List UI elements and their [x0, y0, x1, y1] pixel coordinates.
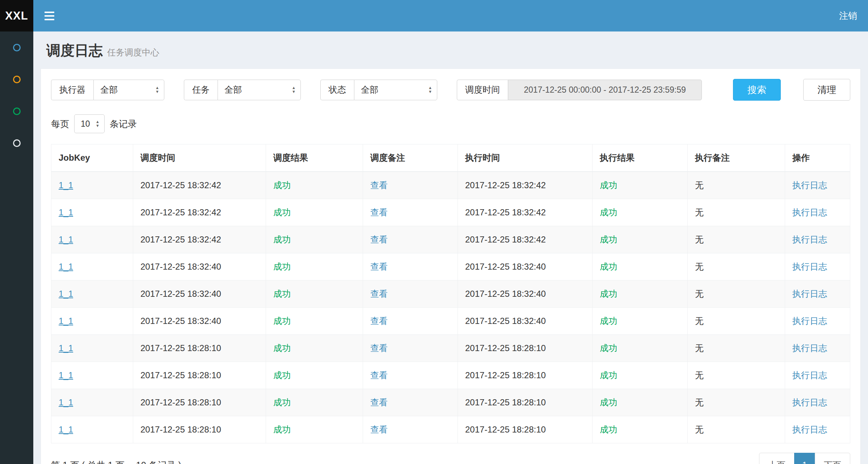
content-area: 调度日志任务调度中心 执行器 全部 任务 全部 状态 全部: [33, 31, 868, 464]
jobkey-link[interactable]: 1_1: [59, 343, 73, 353]
search-button[interactable]: 搜索: [733, 79, 781, 101]
jobkey-link[interactable]: 1_1: [59, 316, 73, 326]
navbar-main: 注销: [33, 0, 868, 31]
clear-button[interactable]: 清理: [803, 79, 850, 101]
trigger-result-cell: 成功: [266, 335, 363, 362]
trigger-time-cell: 2017-12-25 18:32:42: [133, 199, 266, 226]
sidebar-item-2[interactable]: [0, 63, 33, 95]
per-page-select[interactable]: 10: [74, 114, 105, 133]
hamburger-icon: [45, 15, 54, 17]
status-filter-label: 状态: [320, 80, 354, 100]
circle-icon: [13, 107, 21, 115]
sidebar-item-1[interactable]: [0, 31, 33, 63]
sidebar: [0, 31, 33, 464]
sidebar-item-3[interactable]: [0, 95, 33, 127]
jobkey-link[interactable]: 1_1: [59, 425, 73, 434]
next-page-button[interactable]: 下页: [815, 453, 850, 464]
trigger-msg-link[interactable]: 查看: [370, 207, 388, 217]
trigger-result-cell: 成功: [266, 362, 363, 389]
handle-msg-cell: 无: [688, 253, 785, 280]
table-row: 1_1 2017-12-25 18:28:10 成功 查看 2017-12-25…: [51, 335, 850, 362]
jobkey-link[interactable]: 1_1: [59, 289, 73, 299]
content-header: 调度日志任务调度中心: [33, 31, 868, 66]
trigger-time-cell: 2017-12-25 18:28:10: [133, 362, 266, 389]
hamburger-icon: [45, 12, 54, 13]
circle-icon: [13, 139, 21, 147]
table-row: 1_1 2017-12-25 18:32:42 成功 查看 2017-12-25…: [51, 199, 850, 226]
handle-time-cell: 2017-12-25 18:32:40: [458, 253, 593, 280]
trigger-msg-link[interactable]: 查看: [370, 316, 388, 326]
exec-log-link[interactable]: 执行日志: [792, 180, 827, 190]
executor-select[interactable]: 全部: [93, 80, 164, 100]
top-navbar: XXL 注销: [0, 0, 868, 31]
trigger-time-cell: 2017-12-25 18:32:42: [133, 172, 266, 199]
trigger-time-range-input[interactable]: [508, 80, 702, 100]
handle-msg-cell: 无: [688, 362, 785, 389]
circle-icon: [13, 44, 21, 51]
table-row: 1_1 2017-12-25 18:32:40 成功 查看 2017-12-25…: [51, 253, 850, 280]
column-header-jobkey: JobKey: [51, 144, 133, 172]
jobkey-link[interactable]: 1_1: [59, 235, 73, 244]
log-panel-body: 执行器 全部 任务 全部 状态 全部 调度时间 搜索: [41, 69, 860, 464]
pagination: 上页 1 下页: [759, 453, 850, 464]
jobkey-link[interactable]: 1_1: [59, 397, 73, 407]
table-row: 1_1 2017-12-25 18:28:10 成功 查看 2017-12-25…: [51, 416, 850, 443]
trigger-time-cell: 2017-12-25 18:28:10: [133, 416, 266, 443]
trigger-msg-link[interactable]: 查看: [370, 425, 388, 434]
sidebar-toggle-button[interactable]: [36, 0, 62, 31]
trigger-msg-link[interactable]: 查看: [370, 397, 388, 407]
trigger-time-cell: 2017-12-25 18:28:10: [133, 335, 266, 362]
trigger-time-cell: 2017-12-25 18:32:40: [133, 308, 266, 335]
column-header-trigger-msg: 调度备注: [363, 144, 458, 172]
table-row: 1_1 2017-12-25 18:32:42 成功 查看 2017-12-25…: [51, 172, 850, 199]
handle-msg-cell: 无: [688, 280, 785, 308]
app-logo[interactable]: XXL: [0, 0, 33, 31]
exec-log-link[interactable]: 执行日志: [792, 370, 827, 380]
status-select[interactable]: 全部: [354, 80, 437, 100]
handle-msg-cell: 无: [688, 335, 785, 362]
handle-msg-cell: 无: [688, 199, 785, 226]
log-panel: 执行器 全部 任务 全部 状态 全部 调度时间 搜索: [41, 68, 861, 464]
handle-time-cell: 2017-12-25 18:32:42: [458, 226, 593, 253]
jobkey-link[interactable]: 1_1: [59, 207, 73, 217]
exec-log-link[interactable]: 执行日志: [792, 316, 827, 326]
log-table-body: 1_1 2017-12-25 18:32:42 成功 查看 2017-12-25…: [51, 172, 850, 443]
trigger-msg-link[interactable]: 查看: [370, 235, 388, 244]
status-filter-group: 状态 全部: [320, 80, 437, 100]
executor-filter-group: 执行器 全部: [51, 80, 164, 100]
prev-page-button[interactable]: 上页: [759, 453, 795, 464]
page-title-text: 调度日志: [46, 43, 103, 58]
handle-time-cell: 2017-12-25 18:28:10: [458, 335, 593, 362]
trigger-time-filter-group: 调度时间: [457, 80, 702, 100]
exec-log-link[interactable]: 执行日志: [792, 262, 827, 271]
exec-log-link[interactable]: 执行日志: [792, 235, 827, 244]
trigger-time-cell: 2017-12-25 18:28:10: [133, 389, 266, 416]
table-footer: 第 1 页 ( 总共 1 页， 10 条记录 ) 上页 1 下页: [51, 453, 850, 464]
handle-time-cell: 2017-12-25 18:32:42: [458, 172, 593, 199]
table-row: 1_1 2017-12-25 18:32:40 成功 查看 2017-12-25…: [51, 308, 850, 335]
trigger-msg-link[interactable]: 查看: [370, 262, 388, 271]
jobkey-link[interactable]: 1_1: [59, 262, 73, 271]
handle-msg-cell: 无: [688, 308, 785, 335]
trigger-msg-link[interactable]: 查看: [370, 370, 388, 380]
exec-log-link[interactable]: 执行日志: [792, 343, 827, 353]
handle-msg-cell: 无: [688, 389, 785, 416]
trigger-msg-link[interactable]: 查看: [370, 289, 388, 299]
exec-log-link[interactable]: 执行日志: [792, 425, 827, 434]
logout-link[interactable]: 注销: [828, 10, 868, 22]
trigger-msg-link[interactable]: 查看: [370, 180, 388, 190]
exec-log-link[interactable]: 执行日志: [792, 289, 827, 299]
trigger-time-cell: 2017-12-25 18:32:40: [133, 253, 266, 280]
page-number-button[interactable]: 1: [794, 453, 815, 464]
jobkey-link[interactable]: 1_1: [59, 370, 73, 380]
trigger-msg-link[interactable]: 查看: [370, 343, 388, 353]
handle-time-cell: 2017-12-25 18:28:10: [458, 389, 593, 416]
handle-time-cell: 2017-12-25 18:28:10: [458, 362, 593, 389]
job-select[interactable]: 全部: [218, 80, 301, 100]
exec-log-link[interactable]: 执行日志: [792, 397, 827, 407]
circle-icon: [13, 76, 21, 83]
exec-log-link[interactable]: 执行日志: [792, 207, 827, 217]
jobkey-link[interactable]: 1_1: [59, 180, 73, 190]
sidebar-item-4[interactable]: [0, 127, 33, 159]
handle-time-cell: 2017-12-25 18:32:40: [458, 280, 593, 308]
